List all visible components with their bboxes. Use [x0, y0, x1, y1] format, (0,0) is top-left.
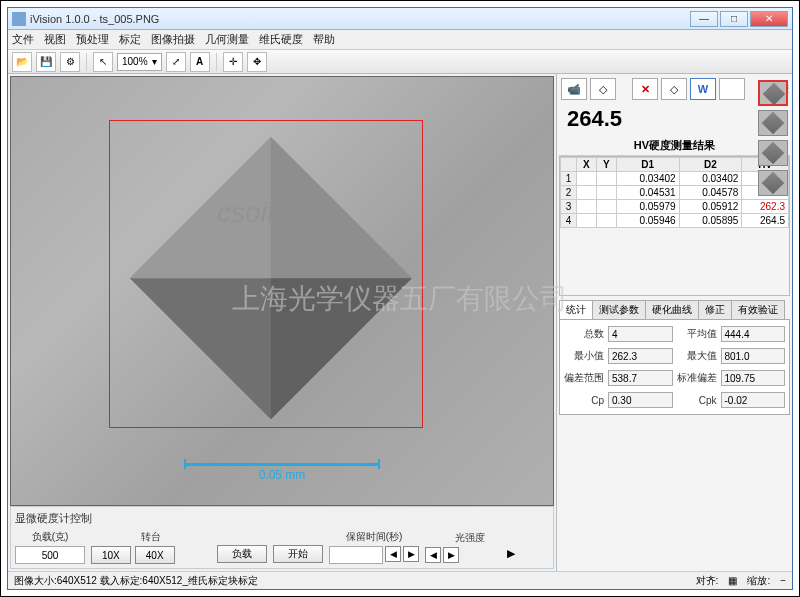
- load-label: 负载(克): [15, 530, 85, 544]
- table-row: 20.045310.04578450.0: [561, 186, 789, 200]
- left-pane: csoif 0.05 mm 显微硬度计控制 负载(克) 500 转台: [8, 74, 556, 571]
- app-icon: [12, 12, 26, 26]
- menu-file[interactable]: 文件: [12, 32, 34, 47]
- open-icon[interactable]: 📂: [12, 52, 32, 72]
- toolbar: 📂 💾 ⚙ ↖ 100%▾ ⤢ A ✛ ✥: [8, 50, 792, 74]
- thumb-3[interactable]: [758, 140, 788, 166]
- pointer-icon[interactable]: ↖: [93, 52, 113, 72]
- start-button[interactable]: 开始: [273, 545, 323, 563]
- close-button[interactable]: ✕: [750, 11, 788, 27]
- window-title: iVision 1.0.0 - ts_005.PNG: [30, 13, 690, 25]
- delete-icon[interactable]: ✕: [632, 78, 658, 100]
- stage-label: 转台: [91, 530, 211, 544]
- hold-input[interactable]: [329, 546, 383, 564]
- titlebar[interactable]: iVision 1.0.0 - ts_005.PNG — □ ✕: [8, 8, 792, 30]
- hold-prev-icon[interactable]: ◀: [385, 546, 401, 562]
- table-row: 10.034020.03402801.0: [561, 172, 789, 186]
- menu-preprocess[interactable]: 预处理: [76, 32, 109, 47]
- table-title: HV硬度测量结果: [559, 136, 790, 156]
- light-label: 光强度: [425, 531, 515, 545]
- cp-value: 0.30: [608, 392, 673, 408]
- statusbar: 图像大小:640X512 载入标定:640X512_维氏标定块标定 对齐: ▦ …: [8, 571, 792, 589]
- image-viewport[interactable]: csoif 0.05 mm: [10, 76, 554, 506]
- tab-stats[interactable]: 统计: [559, 300, 593, 319]
- menu-calibrate[interactable]: 标定: [119, 32, 141, 47]
- count-value: 4: [608, 326, 673, 342]
- diamond-icon[interactable]: ◇: [590, 78, 616, 100]
- range-value: 538.7: [608, 370, 673, 386]
- align-icon[interactable]: ▦: [728, 575, 737, 586]
- zoom-fit-icon[interactable]: ⤢: [166, 52, 186, 72]
- zoom-out-icon[interactable]: −: [780, 575, 786, 586]
- light-prev-icon[interactable]: ◀: [425, 547, 441, 563]
- maximize-button[interactable]: □: [720, 11, 748, 27]
- hardware-panel: 显微硬度计控制 负载(克) 500 转台 10X 40X: [10, 506, 554, 569]
- tab-curve[interactable]: 硬化曲线: [645, 300, 699, 319]
- right-pane: 📹 ◇ ✕ ◇ W 264.5 HV硬度测量结果 XY D1D2HV 10.03…: [556, 74, 792, 571]
- move-icon[interactable]: ✥: [247, 52, 267, 72]
- load-input[interactable]: 500: [15, 546, 85, 564]
- app-window: iVision 1.0.0 - ts_005.PNG — □ ✕ 文件 视图 预…: [7, 7, 793, 590]
- blank-icon[interactable]: [719, 78, 745, 100]
- zoom-select[interactable]: 100%▾: [117, 53, 162, 71]
- mag-40x-button[interactable]: 40X: [135, 546, 175, 564]
- minimize-button[interactable]: —: [690, 11, 718, 27]
- menu-geometry[interactable]: 几何测量: [205, 32, 249, 47]
- light-next-icon[interactable]: ▶: [443, 547, 459, 563]
- settings-icon[interactable]: ⚙: [60, 52, 80, 72]
- stats-body: 总数4 平均值444.4 最小值262.3 最大值801.0 偏差范围538.7…: [559, 320, 790, 415]
- table-row: 40.059460.05895264.5: [561, 214, 789, 228]
- thumb-2[interactable]: [758, 110, 788, 136]
- save-icon[interactable]: 💾: [36, 52, 56, 72]
- thumb-4[interactable]: [758, 170, 788, 196]
- results-table[interactable]: XY D1D2HV 10.034020.03402801.0 20.045310…: [559, 156, 790, 296]
- avg-value: 444.4: [721, 326, 786, 342]
- menu-view[interactable]: 视图: [44, 32, 66, 47]
- tab-params[interactable]: 测试参数: [592, 300, 646, 319]
- max-value: 801.0: [721, 348, 786, 364]
- tab-correct[interactable]: 修正: [698, 300, 732, 319]
- hw-panel-title: 显微硬度计控制: [15, 511, 549, 526]
- hold-label: 保留时间(秒): [329, 530, 419, 544]
- text-icon[interactable]: A: [190, 52, 210, 72]
- refresh-icon[interactable]: ◇: [661, 78, 687, 100]
- thumb-1[interactable]: [758, 80, 788, 106]
- menu-vickers[interactable]: 维氏硬度: [259, 32, 303, 47]
- stats-tabs: 统计 测试参数 硬化曲线 修正 有效验证: [559, 300, 790, 320]
- menubar: 文件 视图 预处理 标定 图像拍摄 几何测量 维氏硬度 帮助: [8, 30, 792, 50]
- scale-bar: 0.05 mm: [184, 463, 379, 489]
- std-value: 109.75: [721, 370, 786, 386]
- menu-help[interactable]: 帮助: [313, 32, 335, 47]
- min-value: 262.3: [608, 348, 673, 364]
- right-toolbar: 📹 ◇ ✕ ◇ W: [559, 76, 790, 102]
- crosshair-icon[interactable]: ✛: [223, 52, 243, 72]
- hv-value: 264.5: [559, 102, 790, 136]
- cpk-value: -0.02: [721, 392, 786, 408]
- light-end-icon[interactable]: ▶: [507, 547, 515, 563]
- camera-icon[interactable]: 📹: [561, 78, 587, 100]
- menu-capture[interactable]: 图像拍摄: [151, 32, 195, 47]
- thumbnails: 标签: [758, 76, 790, 196]
- status-left: 图像大小:640X512 载入标定:640X512_维氏标定块标定: [14, 574, 258, 588]
- measurement-box[interactable]: [109, 120, 423, 428]
- hold-next-icon[interactable]: ▶: [403, 546, 419, 562]
- load-button[interactable]: 负载: [217, 545, 267, 563]
- word-icon[interactable]: W: [690, 78, 716, 100]
- table-row: 30.059790.05912262.3: [561, 200, 789, 214]
- tab-validate[interactable]: 有效验证: [731, 300, 785, 319]
- mag-10x-button[interactable]: 10X: [91, 546, 131, 564]
